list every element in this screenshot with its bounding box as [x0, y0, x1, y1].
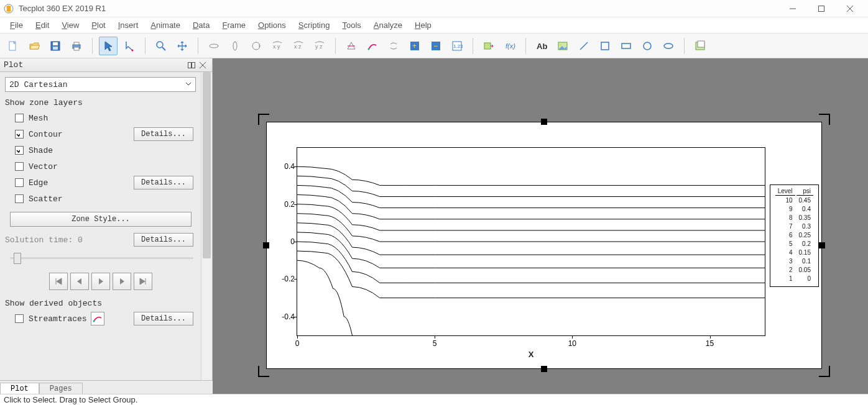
- print-icon[interactable]: [67, 37, 86, 55]
- svg-point-41: [664, 43, 673, 48]
- rotate-x-icon[interactable]: [205, 37, 223, 55]
- plot-side-panel: Plot 2D Cartesian Show zone layers Mesh …: [0, 58, 213, 405]
- x-tick-label: 5: [433, 339, 437, 348]
- zone-style-button[interactable]: Zone Style...: [10, 212, 192, 227]
- contour-checkbox[interactable]: [15, 130, 24, 139]
- slider-thumb[interactable]: [14, 253, 21, 264]
- skip-end-icon[interactable]: [134, 273, 152, 290]
- layer-scatter-row: Scatter: [5, 191, 196, 207]
- contour-label-icon[interactable]: 1.23: [448, 37, 466, 55]
- svg-point-15: [210, 44, 218, 48]
- pointer-tool-icon[interactable]: [99, 37, 118, 55]
- solution-time-slider[interactable]: [10, 249, 193, 266]
- frame-resize-handle[interactable]: [263, 242, 269, 248]
- plot-frame[interactable]: X -0.4-0.200.20.4051015 Levelpsi100.4590…: [266, 122, 822, 369]
- frame-resize-handle[interactable]: [541, 119, 547, 125]
- shade-checkbox[interactable]: [15, 146, 24, 155]
- step-forward-icon[interactable]: [113, 273, 131, 290]
- square-tool-icon[interactable]: [596, 37, 614, 55]
- toolbar-separator: [145, 38, 145, 54]
- menu-analyze[interactable]: Analyze: [369, 19, 407, 31]
- step-back-icon[interactable]: [70, 273, 89, 290]
- plot-type-combo[interactable]: 2D Cartesian: [5, 77, 196, 92]
- text-tool-icon[interactable]: Ab: [532, 37, 551, 55]
- scrollbar-thumb[interactable]: [203, 72, 211, 258]
- slice-tool-icon[interactable]: [342, 37, 361, 55]
- chevron-down-icon: [185, 80, 192, 89]
- rect-tool-icon[interactable]: [617, 37, 635, 55]
- edge-checkbox[interactable]: [15, 178, 24, 187]
- layer-contour-row: Contour Details...: [5, 126, 196, 142]
- menu-file[interactable]: File: [5, 19, 28, 31]
- rotate-z-icon[interactable]: [247, 37, 265, 55]
- tab-plot[interactable]: Plot: [0, 383, 39, 394]
- rotate-xz-icon[interactable]: xz: [289, 37, 308, 55]
- menu-edit[interactable]: Edit: [30, 19, 54, 31]
- scatter-checkbox[interactable]: [15, 194, 24, 203]
- maximize-button[interactable]: [807, 0, 836, 17]
- svg-point-17: [252, 42, 260, 50]
- layer-shade-row: Shade: [5, 142, 196, 158]
- panel-float-icon[interactable]: [186, 60, 197, 70]
- edge-label: Edge: [29, 178, 85, 188]
- y-tick-label: -0.2: [270, 275, 295, 283]
- minimize-button[interactable]: [778, 0, 807, 17]
- skip-start-icon[interactable]: [49, 273, 68, 290]
- layer-vector-row: Vector: [5, 158, 196, 175]
- edge-details-button[interactable]: Details...: [134, 176, 193, 189]
- rotate-yz-icon[interactable]: yz: [310, 37, 329, 55]
- menu-tools[interactable]: Tools: [337, 19, 366, 31]
- contour-add-icon[interactable]: +: [405, 37, 424, 55]
- menu-data[interactable]: Data: [188, 19, 215, 31]
- layer-mesh-row: Mesh: [5, 110, 196, 126]
- svg-point-12: [132, 49, 134, 51]
- panel-title-label: Plot: [4, 60, 23, 70]
- fx-tool-icon[interactable]: f(x): [501, 37, 519, 55]
- save-icon[interactable]: [46, 37, 65, 55]
- new-file-icon[interactable]: [4, 37, 22, 55]
- streamtrace-tool-icon[interactable]: [363, 37, 382, 55]
- menu-options[interactable]: Options: [253, 19, 291, 31]
- panel-scrollbar[interactable]: [201, 72, 212, 405]
- ellipse-tool-icon[interactable]: [659, 37, 678, 55]
- circle-tool-icon[interactable]: [638, 37, 657, 55]
- close-button[interactable]: [836, 0, 864, 17]
- tab-pages[interactable]: Pages: [39, 383, 83, 394]
- menu-animate[interactable]: Animate: [145, 19, 185, 31]
- vector-checkbox[interactable]: [15, 162, 24, 171]
- menu-scripting[interactable]: Scripting: [293, 19, 335, 31]
- menu-view[interactable]: View: [57, 19, 84, 31]
- new-frame-icon[interactable]: [691, 37, 709, 55]
- contour-remove-icon[interactable]: −: [427, 37, 445, 55]
- zoom-icon[interactable]: [152, 37, 170, 55]
- rotate-xy-icon[interactable]: xy: [268, 37, 287, 55]
- plot-axes: X -0.4-0.200.20.4051015: [297, 147, 765, 336]
- rotate-y-icon[interactable]: [226, 37, 244, 55]
- svg-rect-2: [819, 6, 824, 11]
- probe-tool-icon[interactable]: [384, 37, 403, 55]
- image-tool-icon[interactable]: [553, 37, 572, 55]
- translate-icon[interactable]: [173, 37, 192, 55]
- menu-insert[interactable]: Insert: [113, 19, 144, 31]
- adjuster-tool-icon[interactable]: [120, 37, 139, 55]
- panel-close-icon[interactable]: [197, 60, 208, 70]
- status-bar: Click to Select. Drag to Select Group.: [0, 394, 868, 405]
- menu-plot[interactable]: Plot: [86, 19, 110, 31]
- contour-details-button[interactable]: Details...: [134, 127, 193, 141]
- streamtraces-details-button[interactable]: Details...: [134, 312, 193, 325]
- menu-help[interactable]: Help: [410, 19, 436, 31]
- solution-details-button[interactable]: Details...: [134, 233, 193, 247]
- frame-resize-handle[interactable]: [819, 242, 825, 248]
- streamtraces-checkbox[interactable]: [15, 314, 24, 323]
- play-icon[interactable]: [91, 273, 110, 290]
- extract-tool-icon[interactable]: [479, 37, 498, 55]
- open-file-icon[interactable]: [25, 37, 44, 55]
- workspace-canvas[interactable]: X -0.4-0.200.20.4051015 Levelpsi100.4590…: [213, 58, 868, 405]
- streamtraces-icon[interactable]: [91, 312, 104, 325]
- frame-resize-handle[interactable]: [541, 366, 547, 372]
- mesh-checkbox[interactable]: [15, 114, 24, 122]
- svg-rect-38: [601, 42, 609, 50]
- toolbar-separator: [473, 38, 473, 54]
- menu-frame[interactable]: Frame: [217, 19, 251, 31]
- line-tool-icon[interactable]: [575, 37, 593, 55]
